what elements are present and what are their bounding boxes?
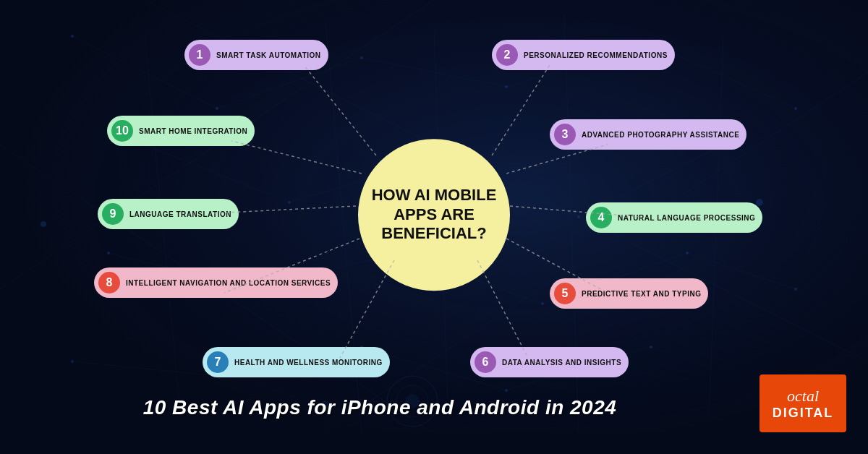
pill-2-label: PERSONALIZED RECOMMENDATIONS: [524, 51, 668, 60]
pill-5-number: 5: [554, 283, 576, 304]
pill-3-label: ADVANCED PHOTOGRAPHY ASSISTANCE: [582, 130, 739, 140]
pill-10: 10SMART HOME INTEGRATION: [107, 116, 255, 146]
pill-1-number: 1: [189, 44, 210, 66]
pill-3: 3ADVANCED PHOTOGRAPHY ASSISTANCE: [550, 119, 746, 150]
pill-8-number: 8: [98, 272, 120, 294]
pill-8-label: INTELLIGENT NAVIGATION AND LOCATION SERV…: [126, 278, 331, 288]
pill-9: 9LANGUAGE TRANSLATION: [98, 199, 239, 229]
pill-1-label: SMART TASK AUTOMATION: [216, 51, 321, 60]
pill-6: 6DATA ANALYSIS AND INSIGHTS: [470, 347, 629, 377]
pill-4: 4NATURAL LANGUAGE PROCESSING: [586, 202, 762, 233]
pill-5: 5PREDICTIVE TEXT AND TYPING: [550, 278, 708, 309]
pill-8: 8INTELLIGENT NAVIGATION AND LOCATION SER…: [94, 267, 338, 298]
pill-9-number: 9: [102, 203, 124, 225]
pill-7-label: HEALTH AND WELLNESS MONITORING: [234, 358, 383, 367]
pill-9-label: LANGUAGE TRANSLATION: [129, 210, 231, 219]
pill-7-number: 7: [207, 351, 229, 373]
pill-4-number: 4: [590, 207, 612, 228]
main-content: HOW AI MOBILE APPS ARE BENEFICIAL? 1SMAR…: [0, 0, 868, 454]
pill-3-number: 3: [554, 124, 576, 145]
pill-2-number: 2: [496, 44, 518, 66]
pill-10-number: 10: [111, 120, 133, 142]
bottom-bar: [0, 432, 868, 454]
bottom-title: 10 Best AI Apps for iPhone and Android i…: [0, 396, 760, 419]
logo-digital: DIGITAL: [773, 406, 834, 421]
pill-5-label: PREDICTIVE TEXT AND TYPING: [582, 289, 701, 299]
pill-7: 7HEALTH AND WELLNESS MONITORING: [203, 347, 390, 377]
pill-2: 2PERSONALIZED RECOMMENDATIONS: [492, 40, 675, 70]
pill-1: 1SMART TASK AUTOMATION: [184, 40, 328, 70]
pill-10-label: SMART HOME INTEGRATION: [139, 127, 247, 136]
center-title: HOW AI MOBILE APPS ARE BENEFICIAL?: [358, 179, 510, 251]
pill-6-label: DATA ANALYSIS AND INSIGHTS: [502, 358, 621, 367]
logo-octal: octal: [787, 387, 819, 406]
pill-6-number: 6: [475, 351, 496, 373]
logo-box: octal DIGITAL: [760, 374, 846, 432]
center-circle: HOW AI MOBILE APPS ARE BENEFICIAL?: [358, 139, 510, 291]
pill-4-label: NATURAL LANGUAGE PROCESSING: [618, 213, 755, 223]
